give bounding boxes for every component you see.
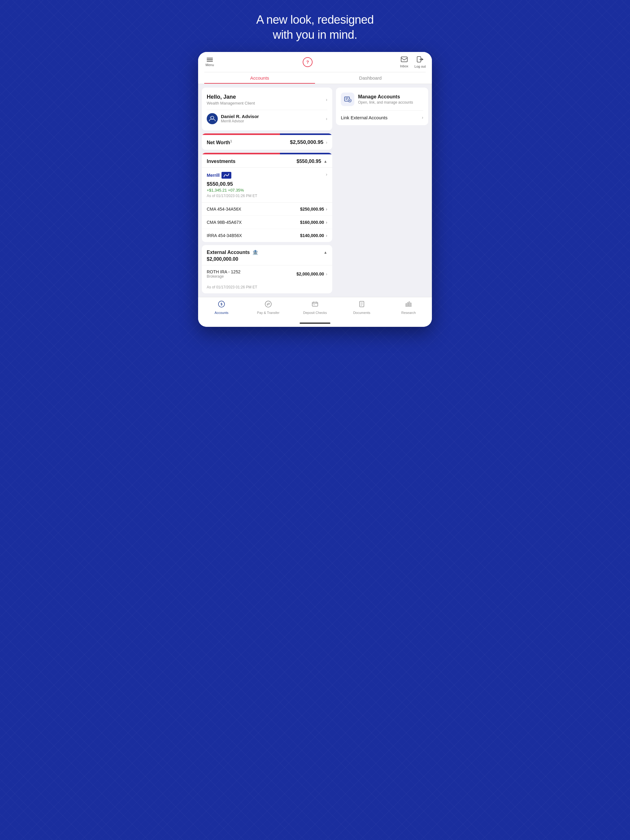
tab-accounts-label: Accounts — [250, 75, 269, 81]
link-external-accounts-row[interactable]: Link External Accounts › — [341, 111, 423, 120]
merrill-logo-text: Merrill — [207, 173, 220, 178]
roth-timestamp: As of 01/17/2023 01:26 PM ET — [202, 285, 332, 293]
chevron-right-icon: › — [326, 233, 327, 238]
nav-pay-transfer[interactable]: Pay & Transfer — [245, 300, 291, 314]
user-greeting-row[interactable]: Hello, Jane Wealth Management Client › — [207, 93, 327, 107]
account-row[interactable]: CMA 98B-45A67X $160,000.00 › — [202, 216, 332, 229]
external-title: External Accounts — [207, 249, 250, 255]
user-card: Hello, Jane Wealth Management Client › — [202, 88, 332, 130]
user-subtitle: Wealth Management Client — [207, 101, 255, 106]
headline-text: A new look, redesigned with you in mind. — [256, 12, 374, 43]
manage-header[interactable]: Manage Accounts Open, link, and manage a… — [341, 93, 423, 111]
nav-pay-transfer-label: Pay & Transfer — [257, 311, 280, 314]
menu-button[interactable]: Menu — [204, 57, 215, 68]
investments-value: $550,00.95 — [296, 159, 321, 164]
help-icon: ? — [306, 60, 309, 65]
chevron-right-icon: › — [326, 207, 327, 212]
svg-text:$: $ — [220, 303, 222, 306]
logout-label: Log out — [414, 65, 426, 68]
manage-title: Manage Accounts — [358, 94, 413, 99]
chevron-right-icon: › — [326, 172, 327, 177]
roth-ira-info: ROTH IRA - 1252 Brokerage — [207, 269, 241, 279]
chevron-right-icon: › — [326, 272, 327, 276]
chevron-right-icon: › — [422, 115, 423, 120]
inbox-label: Inbox — [400, 64, 408, 68]
help-button[interactable]: ? — [303, 57, 313, 67]
external-total: $2,000,000.00 — [207, 256, 327, 262]
manage-icon — [341, 93, 355, 106]
collapse-icon[interactable]: ▲ — [324, 159, 327, 164]
hamburger-icon — [207, 58, 213, 58]
top-bar-right: Inbox Log out — [400, 56, 426, 68]
home-indicator — [198, 321, 432, 327]
nav-accounts[interactable]: $ Accounts — [198, 300, 245, 314]
account-name: CMA 98B-45A67X — [207, 220, 242, 225]
chevron-right-icon: › — [326, 220, 327, 225]
nav-research-label: Research — [401, 311, 416, 314]
net-worth-value: $2,550,000.95 — [290, 139, 324, 145]
pay-transfer-nav-icon — [264, 300, 272, 309]
advisor-name: Daniel R. Advisor — [221, 114, 259, 119]
research-nav-icon — [405, 300, 412, 309]
external-accounts-section: External Accounts 🏦 ▲ $2,000,000.00 ROTH… — [202, 245, 332, 293]
page-wrapper: A new look, redesigned with you in mind.… — [198, 12, 432, 327]
app-container: Menu ? Inbox — [198, 52, 432, 327]
accounts-nav-icon: $ — [218, 300, 225, 309]
chevron-right-icon: › — [326, 140, 327, 145]
roth-right: $2,000,000.00 › — [296, 272, 327, 276]
advisor-info: Daniel R. Advisor Merrill Advisor — [221, 114, 259, 123]
account-row[interactable]: IRRA 454-34B56X $140,000.00 › — [202, 229, 332, 242]
merrill-change: +$1,345.21 +07.35% — [207, 188, 257, 193]
roth-sub: Brokerage — [207, 274, 241, 279]
external-title-row: External Accounts 🏦 ▲ — [207, 249, 327, 255]
nav-accounts-label: Accounts — [214, 311, 228, 314]
main-content: Hello, Jane Wealth Management Client › — [198, 84, 432, 297]
nav-research[interactable]: Research — [385, 300, 432, 314]
chevron-right-icon: › — [326, 116, 327, 121]
svg-point-7 — [265, 301, 271, 307]
nav-documents[interactable]: Documents — [339, 300, 385, 314]
account-name: CMA 454-34A56X — [207, 207, 241, 212]
menu-label: Menu — [206, 63, 214, 67]
inbox-button[interactable]: Inbox — [400, 57, 408, 68]
logout-icon — [417, 56, 424, 64]
manage-accounts-card: Manage Accounts Open, link, and manage a… — [336, 88, 428, 125]
top-bar-icons: Menu ? Inbox — [204, 56, 426, 71]
net-worth-label: Net Worth1 — [207, 139, 232, 145]
link-external-label: Link External Accounts — [341, 115, 388, 120]
net-worth-content: Net Worth1 $2,550,000.95 › — [202, 135, 332, 150]
nav-deposit-checks[interactable]: Deposit Checks — [291, 300, 339, 314]
merrill-timestamp: As of 01/17/2023 01:26 PM ET — [207, 194, 257, 198]
advisor-row[interactable]: Daniel R. Advisor Merrill Advisor › — [207, 110, 327, 125]
headline-line1: A new look, redesigned — [256, 13, 374, 26]
svg-rect-8 — [312, 302, 318, 306]
svg-rect-0 — [401, 57, 407, 62]
collapse-icon[interactable]: ▲ — [324, 250, 327, 254]
manage-subtitle: Open, link, and manage accounts — [358, 100, 413, 104]
account-name: IRRA 454-34B56X — [207, 233, 242, 238]
logout-button[interactable]: Log out — [414, 56, 426, 68]
merrill-badge-icon — [222, 172, 231, 178]
tab-dashboard[interactable]: Dashboard — [315, 72, 426, 84]
merrill-header: Merrill — [207, 172, 257, 178]
right-column: Manage Accounts Open, link, and manage a… — [336, 88, 428, 293]
manage-info: Manage Accounts Open, link, and manage a… — [358, 94, 413, 104]
net-worth-card[interactable]: Net Worth1 $2,550,000.95 › — [202, 133, 332, 150]
nav-deposit-checks-label: Deposit Checks — [303, 311, 327, 314]
account-value: $140,000.00 › — [300, 233, 327, 238]
account-row[interactable]: CMA 454-34A56X $250,000.95 › — [202, 203, 332, 216]
account-value: $160,000.00 › — [300, 220, 327, 225]
documents-nav-icon — [358, 300, 366, 309]
home-bar — [300, 322, 330, 324]
account-value: $250,000.95 › — [300, 207, 327, 212]
roth-ira-account-row[interactable]: ROTH IRA - 1252 Brokerage $2,000,000.00 … — [202, 265, 332, 283]
left-column: Hello, Jane Wealth Management Client › — [202, 88, 332, 293]
tab-accounts[interactable]: Accounts — [204, 72, 315, 84]
top-bar: Menu ? Inbox — [198, 52, 432, 84]
hamburger-icon — [207, 59, 213, 60]
roth-name: ROTH IRA - 1252 — [207, 269, 241, 274]
roth-ira-row[interactable]: ROTH IRA - 1252 Brokerage $2,000,000.00 … — [202, 265, 332, 293]
merrill-section: Merrill $550,00.95 +$1,345.21 +07.35% — [202, 167, 332, 203]
tab-dashboard-label: Dashboard — [359, 75, 381, 81]
user-greeting: Hello, Jane — [207, 94, 255, 100]
